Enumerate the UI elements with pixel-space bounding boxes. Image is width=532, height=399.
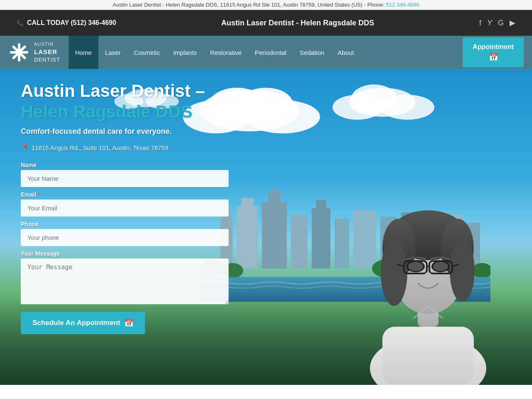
- social-links: f Y G ▶: [479, 18, 515, 27]
- message-input[interactable]: [21, 259, 229, 304]
- hero-subtitle: Comfort-focused dental care for everyone…: [21, 126, 274, 137]
- svg-rect-14: [335, 219, 349, 268]
- logo-laser: Laser: [34, 47, 60, 56]
- nav-item-about[interactable]: About: [331, 36, 360, 69]
- map-pin-icon: 📍: [21, 144, 29, 152]
- email-group: Email*: [21, 191, 274, 217]
- facebook-icon[interactable]: f: [479, 19, 481, 27]
- required-star: *: [37, 191, 39, 198]
- hero-content: Austin Laser Dentist – Helen Ragsdale DD…: [21, 81, 274, 334]
- nav-item-home[interactable]: Home: [69, 36, 99, 69]
- svg-point-49: [450, 239, 475, 302]
- contact-form: Name Email* Phone Your Message Schedule …: [21, 162, 274, 334]
- phone-group: Phone: [21, 221, 274, 246]
- header-phone[interactable]: CALL TODAY (512) 346-4690: [17, 19, 116, 27]
- google-icon[interactable]: G: [498, 19, 504, 27]
- phone-label: Phone: [21, 221, 274, 227]
- doctor-photo: [349, 152, 507, 385]
- nav-item-cosmetic[interactable]: Cosmetic: [127, 36, 167, 69]
- top-bar-text: Austin Laser Dentist - Helen Ragsdale DD…: [113, 2, 386, 8]
- email-input[interactable]: [21, 200, 229, 217]
- name-input[interactable]: [21, 170, 229, 187]
- top-info-bar: Austin Laser Dentist - Helen Ragsdale DD…: [0, 0, 532, 10]
- appointment-label: Appointment: [473, 43, 514, 51]
- email-label: Email*: [21, 191, 274, 198]
- nav-item-sedation[interactable]: Sedation: [293, 36, 331, 69]
- main-nav: Home Laser Cosmetic Implants Restorative…: [69, 36, 463, 69]
- svg-rect-42: [382, 327, 474, 385]
- logo-dentist: Dentist: [34, 56, 60, 64]
- youtube-icon[interactable]: ▶: [510, 18, 515, 27]
- logo-text: AUSTIN Laser Dentist: [34, 41, 60, 64]
- nav-item-restorative[interactable]: Restorative: [203, 36, 248, 69]
- site-header: CALL TODAY (512) 346-4690 Austin Laser D…: [0, 10, 532, 36]
- navbar: AUSTIN Laser Dentist Home Laser Cosmetic…: [0, 36, 532, 69]
- top-bar-phone[interactable]: 512 346-4690: [386, 2, 419, 8]
- logo-austin: AUSTIN: [34, 41, 60, 47]
- message-group: Your Message: [21, 250, 274, 306]
- yelp-icon[interactable]: Y: [487, 19, 492, 27]
- hero-address: 📍 11615 Angus Rd., Suite 101, Austin, Te…: [21, 144, 274, 152]
- submit-label: Schedule An Appointment: [32, 319, 120, 327]
- svg-rect-13: [316, 200, 326, 210]
- svg-point-37: [351, 84, 397, 113]
- nav-item-periodontal[interactable]: Periodontal: [248, 36, 293, 69]
- name-group: Name: [21, 162, 274, 187]
- hero-title-line1: Austin Laser Dentist –: [21, 81, 274, 101]
- site-logo[interactable]: AUSTIN Laser Dentist: [8, 41, 60, 64]
- nav-item-implants[interactable]: Implants: [167, 36, 204, 69]
- calendar-icon: 📅: [489, 52, 498, 62]
- hero-title-line2: Helen Ragsdale DDS: [21, 102, 274, 121]
- message-label: Your Message: [21, 250, 274, 257]
- phone-input[interactable]: [21, 229, 229, 246]
- header-title: Austin Laser Dentist - Helen Ragsdale DD…: [221, 19, 374, 27]
- svg-point-53: [433, 262, 448, 271]
- logo-icon: [8, 42, 30, 63]
- svg-point-48: [381, 239, 407, 306]
- svg-rect-11: [291, 214, 308, 268]
- appointment-button[interactable]: Appointment 📅: [463, 37, 524, 67]
- submit-calendar-icon: 📅: [124, 318, 133, 328]
- hero-section: Austin Laser Dentist – Helen Ragsdale DD…: [0, 69, 532, 385]
- submit-button[interactable]: Schedule An Appointment 📅: [21, 312, 145, 334]
- svg-rect-12: [312, 208, 330, 268]
- svg-point-52: [408, 262, 423, 271]
- nav-item-laser[interactable]: Laser: [99, 36, 128, 69]
- name-label: Name: [21, 162, 274, 168]
